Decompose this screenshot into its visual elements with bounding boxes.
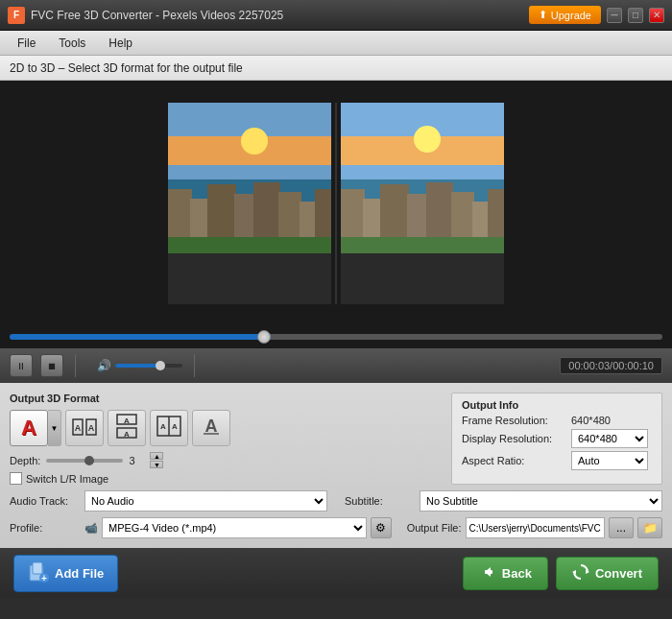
profile-select[interactable]: MPEG-4 Video (*.mp4)	[102, 517, 367, 538]
side-by-side-button[interactable]: A A	[65, 410, 104, 446]
format-buttons: A ▼ A A	[10, 410, 442, 446]
subtitle-label: Subtitle:	[345, 495, 412, 507]
display-resolution-row: Display Resolution: 640*480 1280*720 192…	[462, 429, 652, 448]
depth-down[interactable]: ▼	[150, 461, 163, 468]
profile-settings-button[interactable]: ⚙	[371, 517, 392, 538]
progress-track[interactable]	[10, 334, 662, 340]
output-file-input[interactable]	[466, 517, 606, 538]
controls-divider2	[194, 354, 195, 377]
format-info-row: Output 3D Format A ▼ A	[10, 393, 662, 485]
menu-tools[interactable]: Tools	[49, 35, 95, 52]
switch-lr-checkbox[interactable]	[10, 472, 22, 485]
pause-button[interactable]: ⏸	[10, 354, 33, 377]
volume-fill	[115, 364, 158, 368]
minimize-button[interactable]: ─	[607, 8, 622, 23]
svg-rect-16	[168, 253, 331, 304]
back-icon	[479, 563, 496, 583]
svg-text:A: A	[205, 417, 218, 436]
menu-file[interactable]: File	[8, 35, 45, 52]
add-file-icon: +	[28, 561, 49, 585]
close-button[interactable]: ✕	[649, 8, 664, 23]
controls-divider	[75, 354, 76, 377]
window-title: FVC Free 3D Converter - Pexels Videos 22…	[31, 9, 283, 22]
anaglyph-dropdown[interactable]: ▼	[48, 410, 61, 446]
browse-folder-button[interactable]: ...	[609, 517, 634, 538]
top-bottom-button[interactable]: A A	[108, 410, 146, 446]
depth-spinner[interactable]: ▲ ▼	[150, 452, 163, 468]
convert-button[interactable]: Convert	[556, 557, 659, 590]
display-resolution-label: Display Resolution:	[462, 433, 567, 444]
controls-bar: ⏸ ⏹ 🔊 00:00:03/00:00:10	[0, 348, 672, 383]
subtitle-text: 2D to 3D – Select 3D format for the outp…	[10, 61, 243, 75]
output-file-area: Output File: ... 📁	[407, 517, 662, 538]
back-label: Back	[502, 566, 532, 581]
stop-button[interactable]: ⏹	[40, 354, 63, 377]
add-file-button[interactable]: + Add File	[13, 555, 118, 592]
split-button[interactable]: A A	[150, 410, 188, 446]
time-display: 00:00:03/00:00:10	[560, 357, 662, 374]
title-bar-right: ⬆ Upgrade ─ □ ✕	[529, 6, 664, 24]
display-resolution-select[interactable]: 640*480 1280*720 1920*1080	[571, 429, 648, 448]
top-bottom-icon: A A	[113, 413, 140, 444]
upgrade-icon: ⬆	[539, 9, 547, 21]
format-label: Output 3D Format	[10, 393, 442, 404]
progress-thumb[interactable]	[257, 330, 271, 344]
profile-label: Profile:	[10, 522, 77, 534]
frame-resolution-value: 640*480	[571, 415, 611, 426]
svg-text:A: A	[172, 422, 178, 431]
profile-icon: 📹	[84, 522, 98, 535]
volume-thumb[interactable]	[156, 361, 165, 370]
main-panel: Output 3D Format A ▼ A	[0, 383, 672, 548]
video-area	[0, 81, 672, 325]
subtitle-select[interactable]: No Subtitle	[420, 490, 662, 512]
progress-bar-container[interactable]	[0, 325, 672, 348]
audio-track-select[interactable]: No Audio	[84, 490, 327, 512]
maximize-button[interactable]: □	[628, 8, 643, 23]
switch-lr-area: Switch L/R Image	[10, 472, 442, 485]
svg-text:A: A	[124, 417, 130, 425]
svg-text:+: +	[41, 573, 47, 583]
svg-rect-52	[485, 570, 492, 574]
svg-text:A: A	[75, 423, 82, 433]
depth-thumb[interactable]	[84, 456, 94, 465]
side-by-side-icon: A A	[71, 414, 98, 443]
depth-label: Depth:	[10, 455, 40, 466]
depth-track[interactable]	[46, 459, 123, 463]
alt-anaglyph-icon: A	[198, 413, 225, 444]
convert-icon	[572, 563, 589, 583]
aspect-ratio-select[interactable]: Auto 4:3 16:9	[571, 451, 648, 470]
profile-area: 📹 MPEG-4 Video (*.mp4) ⚙	[84, 517, 392, 538]
svg-point-5	[241, 128, 268, 155]
svg-text:A: A	[160, 422, 166, 431]
convert-label: Convert	[595, 566, 642, 581]
depth-area: Depth: 3 ▲ ▼	[10, 452, 442, 468]
title-bar-left: F FVC Free 3D Converter - Pexels Videos …	[8, 7, 283, 24]
aspect-ratio-label: Aspect Ratio:	[462, 455, 567, 466]
back-button[interactable]: Back	[463, 557, 548, 590]
menu-bar: File Tools Help	[0, 31, 672, 56]
output-info-title: Output Info	[462, 399, 652, 411]
svg-text:A: A	[88, 423, 95, 433]
upgrade-button[interactable]: ⬆ Upgrade	[529, 6, 601, 24]
anaglyph-button[interactable]: A	[10, 410, 48, 446]
audio-track-label: Audio Track:	[10, 495, 77, 507]
aspect-ratio-row: Aspect Ratio: Auto 4:3 16:9	[462, 451, 652, 470]
add-file-label: Add File	[55, 566, 104, 581]
audio-subtitle-row: Audio Track: No Audio Subtitle: No Subti…	[10, 490, 662, 512]
format-col: Output 3D Format A ▼ A	[10, 393, 442, 485]
video-preview	[163, 98, 509, 309]
volume-area: 🔊	[97, 359, 182, 372]
svg-text:A: A	[124, 430, 130, 439]
svg-rect-32	[341, 253, 504, 304]
subtitle-bar: 2D to 3D – Select 3D format for the outp…	[0, 56, 672, 81]
alt-anaglyph-button[interactable]: A	[192, 410, 230, 446]
action-bar: + Add File Back Conve	[0, 548, 672, 598]
depth-up[interactable]: ▲	[150, 452, 163, 460]
app-icon: F	[8, 7, 25, 24]
title-bar: F FVC Free 3D Converter - Pexels Videos …	[0, 0, 672, 31]
profile-output-row: Profile: 📹 MPEG-4 Video (*.mp4) ⚙ Output…	[10, 517, 662, 538]
volume-track[interactable]	[115, 364, 182, 368]
menu-help[interactable]: Help	[99, 35, 142, 52]
frame-resolution-label: Frame Resolution:	[462, 415, 567, 426]
open-folder-button[interactable]: 📁	[637, 517, 662, 538]
